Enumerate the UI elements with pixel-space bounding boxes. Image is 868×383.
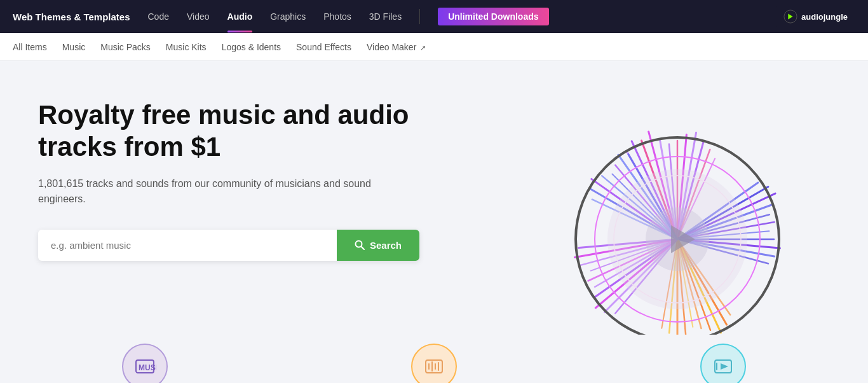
kit-circle-icon [700, 344, 746, 383]
nav-item-audio[interactable]: Audio [227, 11, 253, 22]
nav-divider [419, 9, 420, 24]
nav-item-graphics[interactable]: Graphics [270, 11, 306, 22]
hero-section: Royalty free music and audio tracks from… [0, 61, 868, 335]
unlimited-downloads-btn[interactable]: Unlimited Downloads [438, 8, 548, 25]
sub-nav: All Items Music Music Packs Music Kits L… [0, 33, 868, 61]
music-circle-icon: MUSIC [122, 344, 168, 383]
nav-item-photos[interactable]: Photos [323, 11, 351, 22]
top-nav: Web Themes & Templates Code Video Audio … [0, 0, 868, 33]
audiojungle-logo[interactable]: audiojungle [776, 6, 855, 27]
bottom-icons-row: MUSIC [0, 335, 868, 383]
audiojungle-text: audiojungle [801, 12, 848, 22]
nav-item-video[interactable]: Video [187, 11, 210, 22]
search-button[interactable]: Search [337, 230, 419, 261]
sound-circle-icon [411, 344, 457, 383]
subnav-music-kits[interactable]: Music Kits [166, 34, 207, 60]
hero-title: Royalty free music and audio tracks from… [38, 99, 419, 164]
svg-marker-68 [721, 363, 728, 370]
svg-text:MUSIC: MUSIC [139, 363, 156, 372]
hero-subtitle: 1,801,615 tracks and sounds from our com… [38, 176, 419, 207]
svg-rect-62 [426, 360, 442, 373]
music-icon-card[interactable]: MUSIC [0, 344, 289, 383]
brand-title: Web Themes & Templates [13, 11, 130, 22]
subnav-logos-idents[interactable]: Logos & Idents [222, 34, 281, 60]
search-icon [355, 240, 365, 250]
visualizer-svg [525, 87, 830, 335]
hero-illustration [525, 87, 830, 335]
kit-icon-card[interactable] [579, 344, 868, 383]
subnav-video-maker[interactable]: Video Maker ↗ [367, 34, 426, 60]
subnav-all-items[interactable]: All Items [13, 34, 47, 60]
svg-line-2 [361, 247, 364, 250]
external-link-icon: ↗ [420, 44, 426, 52]
sound-icon-card[interactable] [289, 344, 578, 383]
hero-content: Royalty free music and audio tracks from… [38, 99, 419, 261]
search-input[interactable] [38, 230, 337, 261]
nav-item-code[interactable]: Code [148, 11, 169, 22]
subnav-music-packs[interactable]: Music Packs [100, 34, 151, 60]
subnav-music[interactable]: Music [62, 34, 86, 60]
subnav-sound-effects[interactable]: Sound Effects [296, 34, 351, 60]
nav-item-3dfiles[interactable]: 3D Files [369, 11, 402, 22]
search-bar: Search [38, 230, 419, 261]
